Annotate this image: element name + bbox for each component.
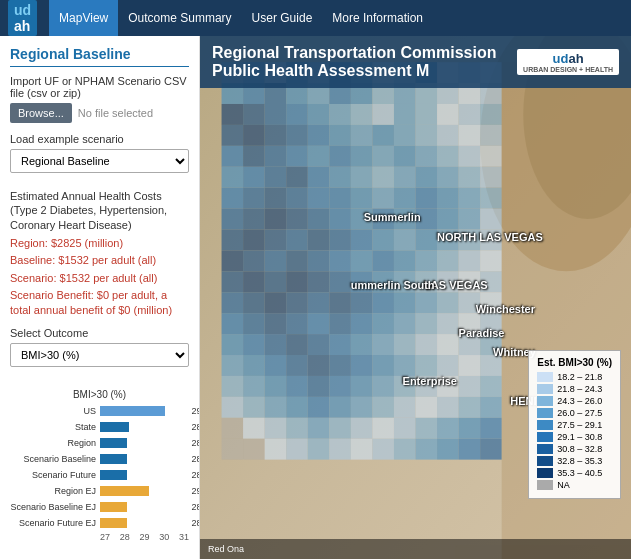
svg-rect-164: [329, 313, 351, 334]
bar-value: 28.2: [191, 502, 200, 512]
nav-item-outcome-summary[interactable]: Outcome Summary: [118, 0, 241, 36]
bar-wrapper: 28.3: [100, 422, 189, 432]
legend-range-label: 29.1 – 30.8: [557, 432, 602, 442]
svg-rect-55: [222, 146, 244, 167]
bar: [100, 422, 129, 432]
bar-wrapper: 28.2: [100, 518, 189, 528]
svg-rect-103: [416, 209, 438, 230]
outcome-select[interactable]: BMI>30 (%): [10, 343, 189, 367]
svg-rect-124: [308, 250, 330, 271]
svg-rect-59: [308, 146, 330, 167]
svg-rect-184: [480, 334, 502, 355]
svg-rect-248: [459, 439, 481, 460]
svg-rect-190: [329, 355, 351, 376]
svg-rect-201: [286, 376, 308, 397]
bar: [100, 502, 127, 512]
svg-rect-191: [351, 355, 373, 376]
svg-rect-181: [416, 334, 438, 355]
bar-wrapper: 28.2: [100, 454, 189, 464]
map-logo: udah URBAN DESIGN + HEALTH: [517, 49, 619, 75]
svg-rect-212: [243, 397, 265, 418]
svg-rect-247: [437, 439, 459, 460]
svg-rect-47: [329, 125, 351, 146]
svg-rect-218: [372, 397, 394, 418]
svg-rect-138: [329, 271, 351, 292]
legend-range-label: 32.8 – 35.3: [557, 456, 602, 466]
map-legend: Est. BMI>30 (%) 18.2 – 21.821.8 – 24.324…: [528, 350, 621, 499]
load-label: Load example scenario: [10, 133, 189, 145]
bar: [100, 454, 127, 464]
chart-row-label: Scenario Future EJ: [10, 518, 100, 528]
nav-bar: ud ah MapView Outcome Summary User Guide…: [0, 0, 631, 36]
svg-rect-152: [351, 292, 373, 313]
svg-rect-162: [286, 313, 308, 334]
svg-rect-197: [480, 355, 502, 376]
svg-rect-214: [286, 397, 308, 418]
browse-button[interactable]: Browse...: [10, 103, 72, 123]
map-area[interactable]: Regional Transportation Commission Publi…: [200, 36, 631, 559]
svg-rect-57: [265, 146, 287, 167]
svg-rect-145: [480, 271, 502, 292]
svg-rect-100: [351, 209, 373, 230]
svg-rect-113: [351, 230, 373, 251]
chart-row: Region28.2: [10, 436, 189, 450]
svg-rect-36: [372, 104, 394, 125]
nav-item-user-guide[interactable]: User Guide: [242, 0, 323, 36]
svg-rect-106: [480, 209, 502, 230]
svg-rect-232: [394, 418, 416, 439]
chart-row-label: State: [10, 422, 100, 432]
svg-rect-135: [265, 271, 287, 292]
nav-logo-ud: ud: [14, 2, 31, 18]
nav-item-more-information[interactable]: More Information: [322, 0, 433, 36]
svg-rect-88: [372, 188, 394, 209]
svg-rect-175: [286, 334, 308, 355]
svg-rect-82: [243, 188, 265, 209]
svg-rect-194: [416, 355, 438, 376]
panel-title: Regional Baseline: [10, 46, 189, 67]
svg-rect-174: [265, 334, 287, 355]
svg-rect-45: [286, 125, 308, 146]
svg-rect-98: [308, 209, 330, 230]
svg-rect-230: [351, 418, 373, 439]
svg-rect-167: [394, 313, 416, 334]
scenario-select[interactable]: Regional Baseline: [10, 149, 189, 173]
legend-color-box: [537, 432, 553, 442]
nav-item-mapview[interactable]: MapView: [49, 0, 118, 36]
chart-row: Region EJ29.2: [10, 484, 189, 498]
svg-rect-203: [329, 376, 351, 397]
svg-rect-153: [372, 292, 394, 313]
svg-rect-166: [372, 313, 394, 334]
svg-rect-30: [243, 104, 265, 125]
svg-rect-193: [394, 355, 416, 376]
svg-rect-159: [222, 313, 244, 334]
svg-rect-228: [308, 418, 330, 439]
svg-rect-130: [437, 250, 459, 271]
bar-wrapper: 28.2: [100, 502, 189, 512]
svg-rect-180: [394, 334, 416, 355]
svg-rect-137: [308, 271, 330, 292]
svg-rect-136: [286, 271, 308, 292]
bar-wrapper: 28.2: [100, 438, 189, 448]
svg-rect-41: [480, 104, 502, 125]
svg-rect-226: [265, 418, 287, 439]
chart-row: Scenario Future28.2: [10, 468, 189, 482]
svg-rect-52: [437, 125, 459, 146]
legend-item: 30.8 – 32.8: [537, 444, 612, 454]
svg-rect-107: [222, 230, 244, 251]
svg-rect-118: [459, 230, 481, 251]
svg-rect-200: [265, 376, 287, 397]
svg-rect-147: [243, 292, 265, 313]
svg-rect-53: [459, 125, 481, 146]
svg-rect-243: [351, 439, 373, 460]
legend-color-box: [537, 420, 553, 430]
bar: [100, 406, 165, 416]
legend-range-label: 21.8 – 24.3: [557, 384, 602, 394]
svg-rect-85: [308, 188, 330, 209]
svg-rect-89: [394, 188, 416, 209]
legend-color-box: [537, 444, 553, 454]
svg-rect-74: [351, 167, 373, 188]
import-label: Import UF or NPHAM Scenario CSV file (cs…: [10, 75, 189, 99]
svg-rect-95: [243, 209, 265, 230]
chart-row-label: Scenario Future: [10, 470, 100, 480]
svg-rect-48: [351, 125, 373, 146]
